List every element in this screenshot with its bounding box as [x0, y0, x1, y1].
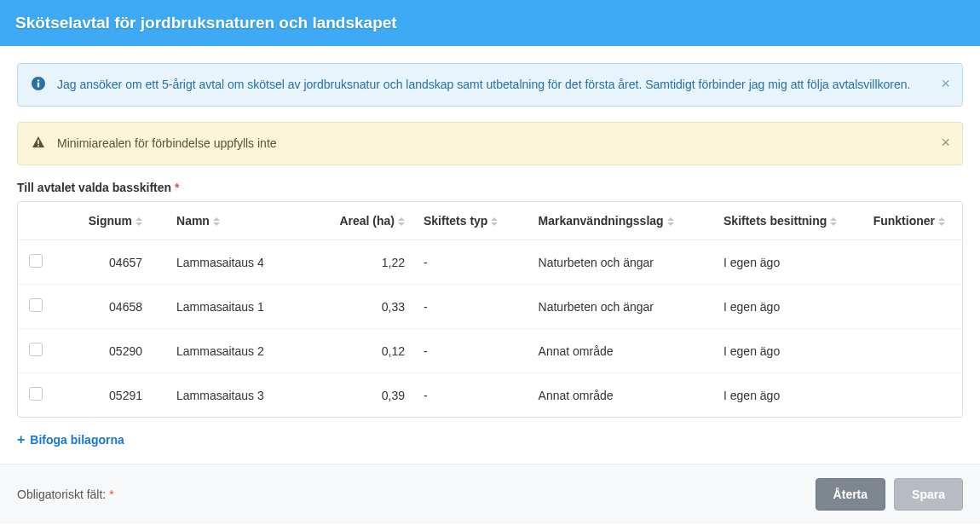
attach-link[interactable]: + Bifoga bilagorna	[17, 433, 124, 447]
cell-signum: 05291	[53, 373, 168, 418]
cell-funktioner	[856, 373, 962, 418]
table-row: 05290Lammasaitaus 20,12-Annat områdeI eg…	[18, 329, 962, 373]
close-icon[interactable]: ×	[941, 135, 950, 150]
row-checkbox[interactable]	[29, 254, 43, 268]
page-header: Skötselavtal för jordbruksnaturen och la…	[0, 0, 980, 46]
cell-besittning: I egen ägo	[715, 240, 856, 285]
cell-besittning: I egen ägo	[715, 285, 856, 329]
plus-icon: +	[17, 433, 25, 447]
parcels-table: Signum Namn Areal (ha) Skiftets typ Mark…	[17, 201, 963, 418]
cell-typ: -	[415, 285, 530, 329]
cell-signum: 04657	[53, 240, 168, 285]
info-alert: Jag ansöker om ett 5-årigt avtal om sköt…	[17, 63, 963, 107]
cell-funktioner	[856, 285, 962, 329]
section-label: Till avtalet valda basskiften *	[17, 181, 963, 194]
col-header-besittning[interactable]: Skiftets besittning	[715, 202, 856, 240]
col-header-namn[interactable]: Namn	[168, 202, 318, 240]
required-field-label: Obligatoriskt fält: *	[17, 488, 114, 501]
info-alert-text: Jag ansöker om ett 5-årigt avtal om sköt…	[57, 76, 948, 94]
cell-funktioner	[856, 329, 962, 373]
cell-mark: Naturbeten och ängar	[530, 285, 715, 329]
row-checkbox[interactable]	[29, 343, 43, 356]
cell-typ: -	[415, 329, 530, 373]
required-marker: *	[175, 181, 179, 194]
attach-link-label: Bifoga bilagorna	[30, 433, 124, 447]
cell-signum: 04658	[53, 285, 168, 329]
col-header-mark[interactable]: Markanvändningsslag	[530, 202, 715, 240]
svg-rect-2	[37, 83, 39, 88]
row-checkbox[interactable]	[29, 387, 43, 401]
cell-areal: 0,39	[318, 373, 415, 418]
col-header-signum[interactable]: Signum	[53, 202, 168, 240]
required-marker: *	[109, 488, 113, 501]
col-header-funktioner[interactable]: Funktioner	[856, 202, 962, 240]
sort-icon	[135, 217, 142, 226]
cell-areal: 0,12	[318, 329, 415, 373]
section-label-text: Till avtalet valda basskiften	[17, 181, 171, 194]
table-row: 04658Lammasaitaus 10,33-Naturbeten och ä…	[18, 285, 962, 329]
cell-typ: -	[415, 373, 530, 418]
cell-namn: Lammasaitaus 1	[168, 285, 318, 329]
col-header-check	[18, 202, 53, 240]
revert-button[interactable]: Återta	[816, 478, 885, 511]
table-row: 04657Lammasaitaus 41,22-Naturbeten och ä…	[18, 240, 962, 285]
svg-point-4	[37, 145, 39, 147]
cell-mark: Annat område	[530, 373, 715, 418]
cell-namn: Lammasaitaus 2	[168, 329, 318, 373]
sort-icon	[491, 217, 498, 226]
sort-icon	[938, 217, 945, 226]
cell-signum: 05290	[53, 329, 168, 373]
table-row: 05291Lammasaitaus 30,39-Annat områdeI eg…	[18, 373, 962, 418]
cell-areal: 1,22	[318, 240, 415, 285]
row-checkbox[interactable]	[29, 298, 43, 312]
footer: Obligatoriskt fält: * Återta Spara	[0, 464, 980, 524]
svg-rect-3	[37, 140, 39, 144]
col-header-typ[interactable]: Skiftets typ	[415, 202, 530, 240]
warning-alert: Minimiarealen för förbindelse uppfylls i…	[17, 122, 963, 165]
save-button[interactable]: Spara	[894, 478, 963, 511]
info-icon	[32, 77, 45, 93]
sort-icon	[830, 217, 837, 226]
cell-besittning: I egen ägo	[715, 329, 856, 373]
warning-icon	[32, 136, 45, 152]
cell-mark: Naturbeten och ängar	[530, 240, 715, 285]
svg-point-1	[37, 79, 40, 82]
page-title: Skötselavtal för jordbruksnaturen och la…	[15, 14, 397, 32]
cell-namn: Lammasaitaus 3	[168, 373, 318, 418]
cell-namn: Lammasaitaus 4	[168, 240, 318, 285]
cell-mark: Annat område	[530, 329, 715, 373]
sort-icon	[398, 217, 405, 226]
cell-areal: 0,33	[318, 285, 415, 329]
col-header-areal[interactable]: Areal (ha)	[318, 202, 415, 240]
close-icon[interactable]: ×	[941, 76, 950, 91]
cell-funktioner	[856, 240, 962, 285]
warning-alert-text: Minimiarealen för förbindelse uppfylls i…	[57, 135, 948, 153]
cell-besittning: I egen ägo	[715, 373, 856, 418]
sort-icon	[213, 217, 220, 226]
sort-icon	[667, 217, 674, 226]
cell-typ: -	[415, 240, 530, 285]
